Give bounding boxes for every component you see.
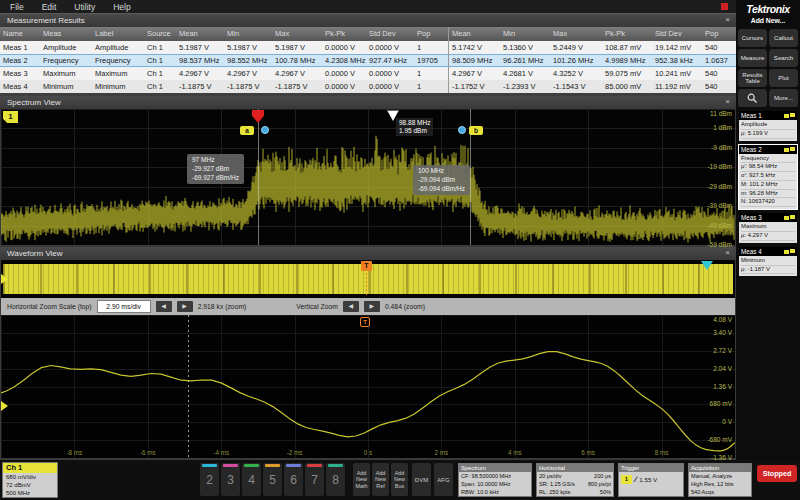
run-stop-button[interactable]: Stopped [757,465,797,482]
h-zoom-scale-input[interactable]: 2.90 ms/div [97,300,151,313]
badge-toggle-icon[interactable] [790,147,795,151]
add-new-math-button[interactable]: AddNewMath [353,463,370,496]
ground-level-marker[interactable] [1,401,8,411]
menu-bar: FileEditUtilityHelp [0,0,736,13]
table-cell: 11.192 mV [652,80,702,93]
sidebar-button-search[interactable]: Search [769,49,798,67]
menu-item-help[interactable]: Help [113,2,130,12]
table-row[interactable]: Meas 3MaximumMaximumCh 14.2967 V4.2967 V… [0,67,736,80]
readout-line: 100 MHz [418,167,465,176]
expansion-point-line [188,315,189,458]
sidebar-button-plot[interactable]: Plot [769,69,798,87]
table-row[interactable]: Meas 2FrequencyFrequencyCh 198.537 MHz98… [0,54,736,67]
horizontal-setting: RL: 250 kpts50% [537,488,613,496]
channel-7-button[interactable]: 7 [305,463,324,496]
channel-1-badge[interactable]: Ch 1 680 mV/div 72 dBmV 500 MHz [2,462,58,498]
trigger-marker[interactable]: T [361,261,372,271]
sidebar-button-zoom[interactable] [738,89,767,107]
trigger-badge[interactable]: Trigger 1 ∕ 1.55 V [618,463,684,497]
badge-toggle-icon[interactable] [790,113,795,117]
measurement-badge-title: Meas 3 [739,214,762,221]
measurement-value: M: 101.2 MHz [741,181,795,190]
spectrum-plot[interactable]: 1 11 dBm1 dBm-9 dBm-19 dBm-29 dBm-39 dBm… [1,109,735,245]
acquisition-badge[interactable]: Acquisition Manual, AnalyzeHigh Res, 12 … [688,463,752,497]
column-header: Name [0,27,40,41]
channel-8-button[interactable]: 8 [326,463,345,496]
table-row[interactable]: Meas 1AmplitudeAmplitudeCh 15.1987 V5.19… [0,41,736,54]
column-header: Std Dev [366,27,414,41]
h-zoom-increase-button[interactable]: ▶ [177,301,193,312]
channel-6-button[interactable]: 6 [284,463,303,496]
close-icon[interactable]: × [725,97,730,106]
channel-color-stripe [265,464,280,467]
spectrum-y-tick: 11 dBm [710,110,732,117]
spectrum-setting: Span: 10.0000 MHz [459,480,531,488]
table-cell: -1.1543 V [550,80,602,93]
column-header: Min [500,27,550,41]
measurement-value: Maximum [741,223,795,232]
table-cell: Minimum [40,80,92,93]
sidebar-button-cursors[interactable]: Cursors [738,29,767,47]
channel-2-button[interactable]: 2 [200,463,219,496]
measurement-badge-body: Minimumμ: -1.187 V [739,256,797,277]
cursor-a-dot[interactable] [261,126,269,134]
horizontal-badge[interactable]: Horizontal 20 μs/div200 μsSR: 1.25 GS/s8… [536,463,614,497]
table-cell: 1.0637 M [702,54,730,67]
table-row[interactable]: Meas 4MinimumMinimumCh 1-1.1875 V-1.1875… [0,80,736,93]
sidebar-button-results-table[interactable]: Results Table [738,69,767,87]
h-zoom-decrease-button[interactable]: ◀ [156,301,172,312]
menu-item-file[interactable]: File [10,2,24,12]
h-zoom-readout: 2.918 kx (zoom) [198,303,247,310]
v-zoom-increase-button[interactable]: ▶ [364,301,380,312]
spectrum-y-tick: -9 dBm [711,144,732,151]
measurement-badge-1[interactable]: Meas 1Amplitudeμ: 5.199 V [739,111,797,141]
table-cell: 0.0000 V [322,67,366,80]
spectrum-y-tick: -29 dBm [707,183,732,190]
add-new-bus-button[interactable]: AddNewBus [391,463,408,496]
column-header: Std Dev [652,27,702,41]
results-table-header: NameMeasLabelSourceMeanMinMaxPk-PkStd De… [0,27,736,41]
sidebar-button-more[interactable]: More... [769,89,798,107]
table-cell: 5.1360 V [500,41,550,54]
badge-toggle-icon[interactable] [790,215,795,219]
column-header: Mean [176,27,224,41]
readout-line: -69.094 dBm/Hz [418,185,465,194]
measurement-badge-title: Meas 1 [739,112,762,119]
table-cell: Maximum [40,67,92,80]
table-cell: 101.26 MHz [550,54,602,67]
add-new-ref-button[interactable]: AddNewRef [372,463,389,496]
close-icon[interactable]: × [725,248,730,257]
acquisition-setting: Manual, Analyze [689,472,751,480]
zoom-handle-icon[interactable] [701,261,713,270]
measurement-value: Minimum [741,257,795,266]
menu-item-edit[interactable]: Edit [42,2,57,12]
table-cell: Ch 1 [144,80,176,93]
sidebar-button-measure[interactable]: Measure [738,49,767,67]
waveform-y-tick: 2.72 V [713,347,732,354]
cursor-b-dot[interactable] [458,126,466,134]
channel-5-button[interactable]: 5 [263,463,282,496]
measurement-badge-2[interactable]: Meas 2Frequencyμ′: 98.54 MHzσ′: 927.5 kH… [739,145,797,210]
cursor-b-handle[interactable]: b [469,126,483,135]
measurement-badge-3[interactable]: Meas 3Maximumμ: 4.297 V [739,213,797,243]
waveform-y-tick: 680 mV [710,400,732,407]
dvm-button[interactable]: DVM [412,463,431,496]
close-icon[interactable]: × [725,15,730,24]
badge-toggle-icon[interactable] [790,249,795,253]
v-zoom-decrease-button[interactable]: ◀ [343,301,359,312]
waveform-zoom-plot[interactable]: 4.08 V3.40 V2.72 V2.04 V1.36 V680 mV0 V-… [1,315,735,458]
cursor-a-handle[interactable]: a [240,126,254,135]
waveform-overview[interactable]: T [1,260,735,298]
trigger-marker[interactable]: T [360,317,370,327]
spectrum-badge[interactable]: Spectrum CF: 98.500000 MHzSpan: 10.0000 … [458,463,532,497]
readout-line: 97 MHz [192,156,239,165]
sidebar-button-callout[interactable]: Callout [769,29,798,47]
channel-3-button[interactable]: 3 [221,463,240,496]
channel-4-button[interactable]: 4 [242,463,261,496]
table-cell: 85.000 mV [602,80,652,93]
measurement-badge-4[interactable]: Meas 4Minimumμ: -1.187 V [739,247,797,277]
cursor-a-line[interactable] [258,109,259,245]
afg-button[interactable]: AFG [434,463,453,496]
channel-1-label: Ch 1 [3,463,57,473]
menu-item-utility[interactable]: Utility [74,2,95,12]
